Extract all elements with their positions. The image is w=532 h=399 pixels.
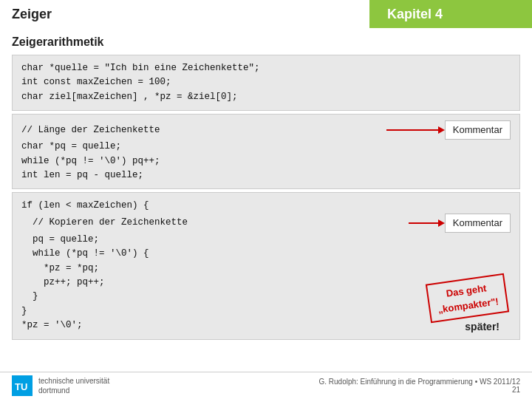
code-line-if: if (len < maxZeichen) {: [21, 199, 511, 213]
code-text-1: char *quelle = "Ich bin eine Zeichenkett…: [21, 61, 511, 104]
arrow-line-1: [386, 129, 438, 131]
svg-text:TU: TU: [15, 381, 27, 392]
code-lines-2: char *pq = quelle; while (*pq != '\0') p…: [21, 140, 511, 183]
main-content: Zeigerarithmetik char *quelle = "Ich bin…: [0, 28, 532, 340]
code-block-1: char *quelle = "Ich bin eine Zeichenkett…: [12, 55, 520, 111]
arrow-head-1: [438, 126, 445, 134]
code-block-2: // Länge der Zeichenkette Kommentar char…: [12, 114, 520, 189]
arrow-line-2: [409, 222, 438, 224]
code-row-kommentar-2: // Kopieren der Zeichenkette Kommentar: [21, 214, 511, 233]
header-left: Zeiger: [0, 0, 369, 28]
code-block-2-wrapper: // Länge der Zeichenkette Kommentar char…: [12, 114, 520, 189]
kommentar-label-1: Kommentar: [445, 120, 511, 140]
footer-citation: G. Rudolph: Einführung in die Programmie…: [318, 378, 520, 386]
university-line2: dortmund: [38, 386, 109, 395]
footer-citation-block: G. Rudolph: Einführung in die Programmie…: [318, 378, 520, 394]
kommentar-arrow-2: Kommentar: [409, 214, 511, 233]
header-title-left: Zeiger: [12, 7, 52, 22]
kommentar-arrow-1: Kommentar: [386, 120, 511, 140]
footer: TU technische universität dortmund G. Ru…: [0, 372, 532, 399]
stamp-later: später!: [465, 321, 499, 332]
tu-logo: TU: [12, 375, 33, 396]
footer-page: 21: [318, 386, 520, 394]
header: Zeiger Kapitel 4: [0, 0, 532, 28]
header-right: Kapitel 4: [369, 0, 532, 28]
code-line-comment-1: // Länge der Zeichenkette: [21, 123, 379, 137]
section-title: Zeigerarithmetik: [12, 35, 520, 49]
university-line1: technische universität: [38, 376, 109, 386]
stamp-text-line1: Das geht: [446, 282, 487, 299]
code-block-3-wrapper: if (len < maxZeichen) { // Kopieren der …: [12, 192, 520, 339]
code-line-comment-2: // Kopieren der Zeichenkette: [21, 216, 401, 230]
code-row-kommentar-1: // Länge der Zeichenkette Kommentar: [21, 120, 511, 140]
arrow-head-2: [438, 219, 445, 227]
kommentar-label-2: Kommentar: [445, 214, 511, 233]
header-title-right: Kapitel 4: [387, 7, 443, 22]
footer-university: technische universität dortmund: [38, 376, 109, 395]
